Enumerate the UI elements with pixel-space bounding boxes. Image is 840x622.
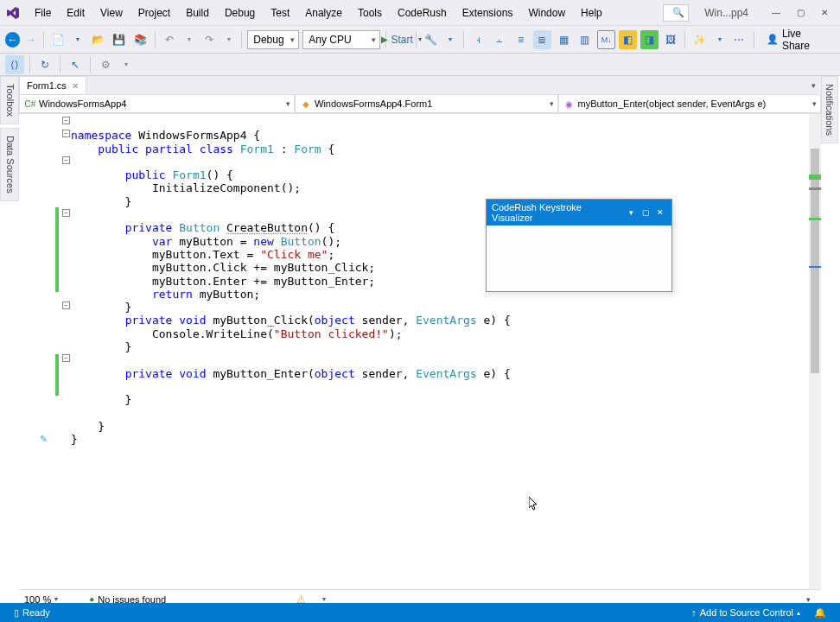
document-tab-label: Form1.cs xyxy=(27,80,67,91)
panel-close-button[interactable]: ✕ xyxy=(654,206,666,219)
scroll-thumb[interactable] xyxy=(811,149,819,373)
source-control-icon: ↑ xyxy=(691,607,697,618)
menu-test[interactable]: Test xyxy=(264,3,296,22)
menu-edit[interactable]: Edit xyxy=(60,3,92,22)
tb-icon-image[interactable]: 🖼 xyxy=(662,30,680,49)
tb2-gear-button[interactable]: ⚙ xyxy=(96,55,115,74)
tb-icon-uncomment[interactable]: ▥ xyxy=(576,30,595,49)
tb-icon-wrap[interactable]: ≣ xyxy=(533,30,551,49)
menu-help[interactable]: Help xyxy=(574,3,609,22)
start-button[interactable]: ▶ Start ▾ xyxy=(391,30,410,49)
fold-toggle[interactable]: − xyxy=(62,130,70,137)
tb-icon-m[interactable]: M↓ xyxy=(597,30,615,49)
start-label: Start xyxy=(391,34,413,46)
tb-icon-indent[interactable]: ⫞ xyxy=(469,30,487,49)
nav-project-combo[interactable]: C# WindowsFormsApp4 xyxy=(19,95,295,113)
scroll-marker xyxy=(809,218,821,220)
change-marker xyxy=(55,207,59,292)
tb-icon-wand[interactable]: ✨ xyxy=(690,30,709,49)
menu-bar: File Edit View Project Build Debug Test … xyxy=(28,3,609,22)
right-side-tabs: Notifications xyxy=(821,76,840,143)
fold-toggle[interactable]: − xyxy=(62,209,70,217)
platform-combo[interactable]: Any CPU xyxy=(302,30,380,49)
panel-maximize-button[interactable]: ▢ xyxy=(640,206,652,219)
config-combo[interactable]: Debug xyxy=(247,30,299,49)
tb-icon-comment[interactable]: ▦ xyxy=(555,30,573,49)
tb-icon-outdent[interactable]: ⫠ xyxy=(491,30,509,49)
menu-debug[interactable]: Debug xyxy=(218,3,262,22)
menu-build[interactable]: Build xyxy=(179,3,216,22)
maximize-button[interactable]: ▢ xyxy=(790,4,811,22)
tb-icon-1-drop[interactable]: ▾ xyxy=(443,30,458,49)
fold-toggle[interactable]: − xyxy=(62,301,70,309)
open-file-button[interactable]: 📂 xyxy=(89,30,107,49)
menu-view[interactable]: View xyxy=(93,3,130,22)
coderush-keystroke-panel[interactable]: CodeRush Keystroke Visualizer ▾ ▢ ✕ xyxy=(486,199,672,292)
quick-action-icon[interactable]: ✎ xyxy=(40,434,48,445)
save-button[interactable]: 💾 xyxy=(110,30,128,49)
notification-bell[interactable]: 🔔 xyxy=(807,607,833,619)
tb2-gear-drop[interactable]: ▾ xyxy=(118,55,134,74)
search-box[interactable]: 🔍 xyxy=(663,4,689,22)
tb-icon-1[interactable]: 🔧 xyxy=(422,30,440,49)
close-icon[interactable]: ✕ xyxy=(72,81,79,91)
code-content[interactable]: namespace WindowsFormsApp4 { public part… xyxy=(71,114,809,589)
source-control-button[interactable]: ↑ Add to Source Control ▴ xyxy=(684,607,807,618)
app-title: Win...pp4 xyxy=(696,5,757,21)
menu-analyze[interactable]: Analyze xyxy=(298,3,349,22)
redo-button[interactable]: ↷ xyxy=(200,30,219,49)
tb-icon-misc[interactable]: ⋯ xyxy=(730,30,748,49)
scroll-marker xyxy=(809,187,821,190)
tb-icon-lines[interactable]: ≡ xyxy=(512,30,530,49)
panel-body xyxy=(487,225,671,291)
nav-fwd-button[interactable]: → xyxy=(23,30,38,49)
menu-tools[interactable]: Tools xyxy=(351,3,389,22)
nav-bar: C# WindowsFormsApp4 ◆ WindowsFormsApp4.F… xyxy=(19,95,821,114)
tb-icon-wand-drop[interactable]: ▾ xyxy=(712,30,727,49)
redo-dropdown[interactable]: ▾ xyxy=(221,30,236,49)
notifications-tab[interactable]: Notifications xyxy=(821,76,838,143)
panel-dropdown-button[interactable]: ▾ xyxy=(625,206,637,219)
live-share-button[interactable]: Live Share xyxy=(760,30,835,49)
undo-button[interactable]: ↶ xyxy=(161,30,179,49)
menu-extensions[interactable]: Extensions xyxy=(455,3,520,22)
menu-project[interactable]: Project xyxy=(131,3,177,22)
class-icon: ◆ xyxy=(301,98,311,109)
status-bar: ▯ Ready ↑ Add to Source Control ▴ 🔔 xyxy=(0,603,840,622)
nav-class-label: WindowsFormsApp4.Form1 xyxy=(315,98,432,109)
new-project-dropdown[interactable]: ▾ xyxy=(71,30,86,49)
main-toolbar: ← → 📄 ▾ 📂 💾 📚 ↶ ▾ ↷ ▾ Debug Any CPU ▶ St… xyxy=(0,26,840,54)
tb2-cursor-button[interactable]: ↖ xyxy=(66,55,85,74)
code-editor[interactable]: − − − − − − ✎ namespace WindowsFormsApp4… xyxy=(19,114,821,589)
panel-title: CodeRush Keystroke Visualizer xyxy=(492,202,625,223)
undo-dropdown[interactable]: ▾ xyxy=(182,30,197,49)
status-ready: ▯ Ready xyxy=(7,607,57,619)
tb2-refresh-button[interactable]: ↻ xyxy=(35,55,54,74)
fold-toggle[interactable]: − xyxy=(62,156,70,164)
nav-class-combo[interactable]: ◆ WindowsFormsApp4.Form1 xyxy=(295,95,557,113)
tb-icon-bookmark[interactable]: ◧ xyxy=(619,30,637,49)
doc-tabs-dropdown[interactable]: ▾ xyxy=(805,76,821,95)
editor-scrollbar[interactable] xyxy=(809,114,821,589)
tb-icon-marker[interactable]: ◨ xyxy=(640,30,659,49)
fold-toggle[interactable]: − xyxy=(62,354,70,362)
menu-coderush[interactable]: CodeRush xyxy=(391,3,454,22)
toolbox-tab[interactable]: Toolbox xyxy=(0,76,19,124)
data-sources-tab[interactable]: Data Sources xyxy=(0,128,19,201)
scroll-caret-marker xyxy=(809,266,821,268)
document-tab-form1[interactable]: Form1.cs ✕ xyxy=(19,76,86,94)
save-all-button[interactable]: 📚 xyxy=(131,30,150,49)
nav-back-button[interactable]: ← xyxy=(5,32,20,48)
close-button[interactable]: ✕ xyxy=(814,4,835,22)
menu-window[interactable]: Window xyxy=(521,3,572,22)
document-tabs: Form1.cs ✕ ▾ xyxy=(19,76,821,95)
nav-member-combo[interactable]: ◉ myButton_Enter(object sender, EventArg… xyxy=(558,95,821,113)
minimize-button[interactable]: — xyxy=(766,4,786,22)
menu-file[interactable]: File xyxy=(28,3,58,22)
panel-title-bar[interactable]: CodeRush Keystroke Visualizer ▾ ▢ ✕ xyxy=(487,200,671,225)
change-marker xyxy=(55,354,59,396)
new-project-button[interactable]: 📄 xyxy=(49,30,67,49)
fold-toggle[interactable]: − xyxy=(62,117,70,124)
play-icon: ▶ xyxy=(381,35,388,44)
tb2-icon-1[interactable]: ⟨⟩ xyxy=(5,55,24,74)
